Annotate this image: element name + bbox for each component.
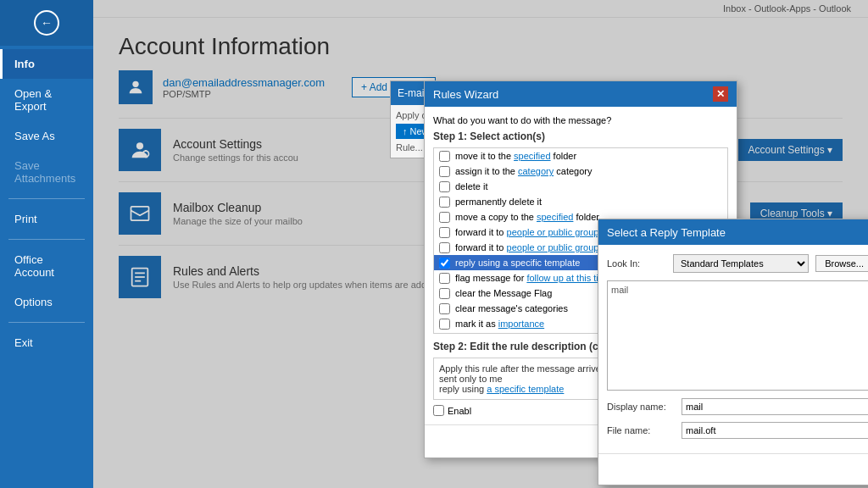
rule-action-text: reply using xyxy=(439,384,484,394)
rule-action-1-checkbox[interactable] xyxy=(439,151,450,162)
look-in-select[interactable]: Standard Templates xyxy=(673,254,809,273)
sidebar-divider-3 xyxy=(8,322,85,323)
rule-action-2-link[interactable]: category xyxy=(518,166,554,176)
rules-wizard-question: What do you want to do with the message? xyxy=(433,115,728,125)
back-icon: ← xyxy=(34,10,59,36)
rules-step1-label: Step 1: Select action(s) xyxy=(433,130,728,142)
rules-wizard-close[interactable]: ✕ xyxy=(713,86,728,102)
sidebar-item-options[interactable]: Options xyxy=(0,287,93,317)
reply-template-title: Select a Reply Template xyxy=(607,226,726,239)
rule-action-7-link[interactable]: people or public group xyxy=(507,242,599,252)
rule-action-10-checkbox[interactable] xyxy=(439,288,450,299)
sidebar-item-open-export[interactable]: Open & Export xyxy=(0,79,93,121)
rule-action-8-checkbox[interactable] xyxy=(439,258,450,269)
rule-action-7-checkbox[interactable] xyxy=(439,242,450,253)
main-content: Inbox - Outlook-Apps - Outlook Account I… xyxy=(93,0,868,488)
rule-action-13-checkbox[interactable] xyxy=(439,334,450,335)
rule-action-1-link[interactable]: specified xyxy=(514,151,550,161)
sidebar-item-info[interactable]: Info xyxy=(0,49,93,79)
sidebar: ← Info Open & Export Save As Save Attach… xyxy=(0,0,93,488)
rule-action-9-checkbox[interactable] xyxy=(439,273,450,284)
sidebar-item-save-attachments: Save Attachments xyxy=(0,151,93,193)
rule-action-6-checkbox[interactable] xyxy=(439,227,450,238)
rule-action-6-link[interactable]: people or public group xyxy=(507,227,599,237)
sidebar-item-save-as[interactable]: Save As xyxy=(0,121,93,151)
rule-action-1[interactable]: move it to the specified folder xyxy=(434,148,727,164)
rule-action-2[interactable]: assign it to the category category xyxy=(434,164,727,179)
display-name-label: Display name: xyxy=(607,402,675,412)
reply-template-body: Look In: Standard Templates Browse... ⊞ … xyxy=(598,245,868,453)
rules-wizard-titlebar: Rules Wizard ✕ xyxy=(425,81,737,107)
template-file-item: mail xyxy=(611,285,628,295)
look-in-label: Look In: xyxy=(607,258,666,269)
rule-enable-checkbox[interactable] xyxy=(433,405,444,416)
sidebar-divider-2 xyxy=(8,239,85,240)
rule-enable-label: Enabl xyxy=(448,406,471,416)
rules-wizard-title: Rules Wizard xyxy=(433,88,498,101)
sidebar-divider-1 xyxy=(8,198,85,199)
browse-button[interactable]: Browse... xyxy=(815,255,868,272)
reply-template-footer: Advanced> > xyxy=(598,453,868,485)
rule-action-link[interactable]: a specific template xyxy=(487,384,564,394)
rule-action-12-checkbox[interactable] xyxy=(439,319,450,330)
rule-action-5-link[interactable]: specified xyxy=(537,212,573,222)
rule-action-2-checkbox[interactable] xyxy=(439,166,450,177)
display-name-row: Display name: Open xyxy=(607,397,868,416)
sidebar-item-print[interactable]: Print xyxy=(0,204,93,234)
rule-action-4[interactable]: permanently delete it xyxy=(434,194,727,209)
look-in-row: Look In: Standard Templates Browse... ⊞ … xyxy=(607,253,868,274)
rule-action-4-checkbox[interactable] xyxy=(439,197,450,208)
rule-action-11-checkbox[interactable] xyxy=(439,303,450,314)
file-name-label: File name: xyxy=(607,425,675,435)
sidebar-nav: Info Open & Export Save As Save Attachme… xyxy=(0,49,93,358)
reply-template-titlebar: Select a Reply Template ✕ xyxy=(598,219,868,245)
template-file-area[interactable]: mail xyxy=(607,280,868,391)
sidebar-item-office-account[interactable]: Office Account xyxy=(0,245,93,287)
file-name-row: File name: Cancel xyxy=(607,421,868,440)
rule-action-12-link[interactable]: importance xyxy=(498,319,544,329)
rule-condition-text: sent only to me xyxy=(439,374,503,384)
rule-action-3-checkbox[interactable] xyxy=(439,181,450,192)
file-name-input[interactable] xyxy=(682,422,868,439)
back-button[interactable]: ← xyxy=(0,0,93,46)
sidebar-item-exit[interactable]: Exit xyxy=(0,328,93,358)
display-name-input[interactable] xyxy=(682,398,868,415)
rule-action-3[interactable]: delete it xyxy=(434,179,727,194)
rule-action-5-checkbox[interactable] xyxy=(439,212,450,223)
rule-apply-text: Apply this rule after the message arrive… xyxy=(439,363,605,374)
reply-template-dialog: Select a Reply Template ✕ Look In: Stand… xyxy=(598,219,868,485)
